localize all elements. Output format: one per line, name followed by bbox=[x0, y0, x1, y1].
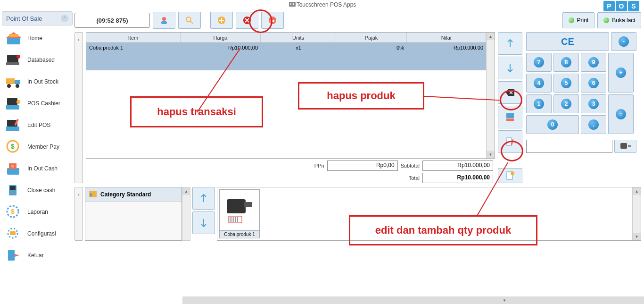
customer-button[interactable] bbox=[153, 12, 175, 29]
barcode-input[interactable] bbox=[526, 140, 612, 153]
scan-button[interactable] bbox=[614, 140, 636, 153]
key-7[interactable]: 7 bbox=[526, 53, 552, 72]
sidebar-item-poscashier[interactable]: POS Cashier bbox=[2, 93, 73, 114]
report-icon: $ bbox=[3, 203, 25, 221]
key-2[interactable]: 2 bbox=[553, 94, 579, 113]
search-icon bbox=[185, 16, 194, 25]
member-pay-icon: $ bbox=[3, 138, 25, 156]
toolbar: (09:52 875) Print Buka laci bbox=[74, 11, 641, 29]
truck-icon bbox=[3, 73, 25, 91]
sidebar-item-editpos[interactable]: Edit POS bbox=[2, 114, 73, 136]
col-pajak: Pajak bbox=[336, 33, 407, 42]
config-icon bbox=[3, 225, 25, 243]
product-card[interactable]: Coba produk 1 bbox=[219, 189, 260, 238]
ppn-label: PPn bbox=[314, 163, 324, 169]
sidebar-item-keluar[interactable]: Keluar bbox=[2, 245, 73, 266]
scroll-down-icon[interactable]: ▼ bbox=[182, 296, 644, 304]
scroll-up-icon[interactable]: ▲ bbox=[182, 187, 190, 195]
svg-point-12 bbox=[7, 84, 11, 88]
product-image bbox=[220, 190, 259, 230]
table-scrollbar[interactable]: ▲ ▼ bbox=[486, 33, 495, 158]
app-title: Toucschreen POS Apps bbox=[297, 1, 356, 8]
svg-point-9 bbox=[17, 55, 20, 59]
svg-rect-57 bbox=[620, 143, 627, 149]
sidebar-item-memberpay[interactable]: $ Member Pay bbox=[2, 136, 73, 158]
open-drawer-button[interactable]: Buka laci bbox=[597, 12, 641, 28]
row-down-button[interactable] bbox=[498, 57, 522, 79]
print-button[interactable]: Print bbox=[562, 12, 595, 28]
sidebar: Point Of Sale ⌃ Home Databased In Out St… bbox=[0, 9, 74, 304]
note-button[interactable] bbox=[498, 168, 522, 183]
note-icon bbox=[505, 171, 515, 180]
search-button[interactable] bbox=[178, 12, 201, 29]
arrow-down-icon bbox=[506, 62, 514, 74]
sidebar-item-inoutstock[interactable]: In Out Stock bbox=[2, 71, 73, 93]
chevron-left-icon: ‹ bbox=[78, 36, 80, 43]
sidebar-item-databased[interactable]: Databased bbox=[2, 49, 73, 71]
svg-rect-11 bbox=[15, 80, 20, 84]
plus-icon bbox=[217, 16, 226, 25]
svg-point-13 bbox=[16, 84, 19, 88]
delete-transaction-button[interactable] bbox=[236, 12, 258, 29]
category-header[interactable]: Category Standard bbox=[85, 187, 182, 202]
edit-qty-button[interactable] bbox=[498, 130, 522, 153]
scroll-down-icon[interactable]: ▼ bbox=[487, 151, 495, 158]
scroll-up-icon[interactable]: ▲ bbox=[633, 187, 641, 195]
key-6[interactable]: 6 bbox=[581, 74, 606, 93]
delete-row-button[interactable] bbox=[498, 81, 522, 104]
sidebar-item-home[interactable]: Home bbox=[2, 27, 73, 49]
key-3[interactable]: 3 bbox=[581, 94, 606, 113]
svg-rect-35 bbox=[161, 21, 167, 24]
category-down-button[interactable] bbox=[192, 211, 215, 234]
collapse-left[interactable]: ‹ bbox=[74, 32, 83, 183]
key-8[interactable]: 8 bbox=[553, 53, 579, 72]
sidebar-item-laporan[interactable]: $ Laporan bbox=[2, 201, 73, 223]
scroll-down-icon[interactable]: ▼ bbox=[633, 233, 641, 240]
col-units: Units bbox=[261, 33, 336, 42]
svg-rect-18 bbox=[6, 127, 19, 131]
sidebar-item-closecash[interactable]: Close cash bbox=[2, 179, 73, 201]
key-5[interactable]: 5 bbox=[553, 74, 579, 93]
arrow-down-icon bbox=[199, 217, 208, 228]
svg-rect-63 bbox=[227, 199, 246, 213]
sidebar-item-inoutcash[interactable]: In Out Cash bbox=[2, 158, 73, 179]
svg-point-36 bbox=[186, 17, 191, 22]
backspace-icon bbox=[505, 88, 515, 97]
svg-rect-60 bbox=[90, 194, 92, 196]
svg-rect-52 bbox=[506, 118, 514, 121]
sidebar-header[interactable]: Point Of Sale ⌃ bbox=[2, 11, 73, 25]
collapse-left-bottom[interactable]: ‹ bbox=[74, 187, 83, 241]
row-up-button[interactable] bbox=[498, 32, 522, 55]
svg-rect-64 bbox=[244, 202, 252, 207]
svg-point-34 bbox=[162, 17, 166, 21]
key-0[interactable]: 0 bbox=[526, 115, 579, 134]
key-4[interactable]: 4 bbox=[526, 74, 552, 93]
table-header: Item Harga Units Pajak Nilai bbox=[86, 33, 486, 43]
category-scrollbar[interactable]: ▲ ▼ bbox=[182, 187, 190, 241]
arrow-up-icon bbox=[199, 193, 208, 204]
key-dot[interactable]: . bbox=[581, 115, 606, 134]
svg-rect-4 bbox=[7, 38, 20, 44]
sidebar-item-configurasi[interactable]: Configurasi bbox=[2, 223, 73, 245]
product-info-button[interactable] bbox=[498, 106, 522, 128]
cashier-icon bbox=[3, 94, 25, 112]
chevron-up-icon: ⌃ bbox=[61, 15, 68, 22]
x-icon bbox=[243, 16, 251, 25]
hold-button[interactable] bbox=[261, 12, 284, 29]
key-minus[interactable]: - bbox=[611, 32, 636, 51]
scroll-up-icon[interactable]: ▲ bbox=[487, 33, 495, 40]
key-9[interactable]: 9 bbox=[581, 53, 606, 72]
key-1[interactable]: 1 bbox=[526, 94, 552, 113]
product-grid: Coba produk 1 ▲ ▼ bbox=[217, 187, 641, 241]
key-ce[interactable]: CE bbox=[526, 32, 609, 51]
add-button[interactable] bbox=[210, 12, 233, 29]
svg-rect-31 bbox=[10, 231, 16, 235]
chevron-left-icon: ‹ bbox=[78, 191, 80, 198]
scanner-icon bbox=[619, 142, 632, 151]
svg-rect-22 bbox=[7, 168, 19, 175]
basket-icon bbox=[268, 16, 277, 25]
table-row[interactable]: Coba produk 1 Rp10.000,00 x1 0% Rp10.000… bbox=[86, 43, 486, 70]
grid-scrollbar[interactable]: ▲ ▼ bbox=[632, 187, 641, 240]
home-icon bbox=[3, 29, 25, 47]
category-up-button[interactable] bbox=[192, 187, 215, 210]
